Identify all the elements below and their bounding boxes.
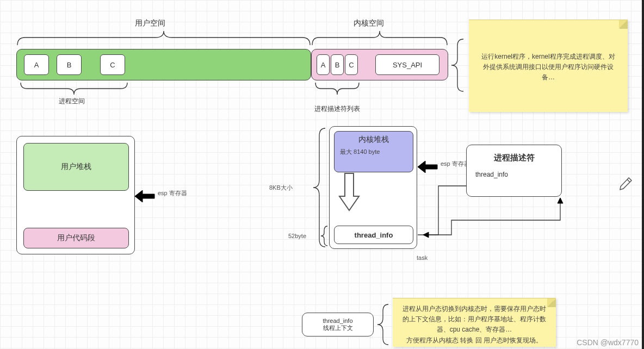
kernel-space-label: 内核空间 xyxy=(354,18,384,28)
esp-kernel-arrow xyxy=(418,161,438,173)
process-descriptor-field: thread_info xyxy=(475,171,553,178)
connector-proc-to-tinfo xyxy=(417,183,468,242)
note-bottom: 进程从用户态切换到内核态时，需要保存用户态时的上下文信息，比如：用户程序基地址、… xyxy=(393,298,556,347)
user-block-c: C xyxy=(100,54,125,75)
sys-api-box: SYS_API xyxy=(375,54,439,75)
kpanel-thread-label: 52byte xyxy=(288,233,306,239)
note-top-brace xyxy=(450,38,465,92)
thread-info-block: thread_info xyxy=(334,226,413,244)
kernel-stack-sub: 最大 8140 byte xyxy=(340,148,407,156)
kernel-block-b: B xyxy=(331,54,344,75)
note-bottom-brace xyxy=(376,303,389,346)
stack-grow-arrow-icon xyxy=(338,172,360,211)
kernel-space-brace xyxy=(311,30,448,46)
process-descriptor-box: 进程描述符 thread_info xyxy=(466,145,562,197)
user-block-b: B xyxy=(57,54,82,75)
process-space-caption: 进程空间 xyxy=(59,97,85,106)
process-desc-list-brace xyxy=(314,82,360,96)
user-panel: 用户堆栈 用户代码段 xyxy=(16,136,135,254)
kpanel-total-label: 8KB大小 xyxy=(269,184,293,192)
thread-info-context-line2: 线程上下文 xyxy=(323,324,353,332)
process-space-brace xyxy=(20,82,128,96)
kernel-stack-box: 内核堆栈 最大 8140 byte xyxy=(334,131,413,172)
kernel-block-c: C xyxy=(345,54,358,75)
esp-user-arrow xyxy=(135,190,156,202)
note-top-text: 运行kernel程序，kernel程序完成进程调度、对外提供系统调用接口以便用户… xyxy=(479,52,618,83)
pen-icon xyxy=(618,176,633,191)
kernel-stack-title: 内核堆栈 xyxy=(340,135,407,145)
kernel-block-a: A xyxy=(317,54,330,75)
thread-info-context-line1: thread_info xyxy=(323,317,352,324)
task-label: task xyxy=(417,254,428,261)
thread-info-context-box: thread_info 线程上下文 xyxy=(302,313,374,336)
process-desc-list-caption: 进程描述符列表 xyxy=(314,104,360,114)
user-space-brace xyxy=(16,30,311,46)
esp-kernel-label: esp 寄存器 xyxy=(441,160,470,168)
note-top: 运行kernel程序，kernel程序完成进程调度、对外提供系统调用接口以便用户… xyxy=(469,20,628,112)
watermark: CSDN @wdx7770 xyxy=(577,338,639,347)
kpanel-thread-brace xyxy=(320,225,329,247)
user-stack-box: 用户堆栈 xyxy=(23,143,129,191)
esp-user-label: esp 寄存器 xyxy=(158,189,187,197)
note-bottom-text: 进程从用户态切换到内核态时，需要保存用户态时的上下文信息，比如：用户程序基地址、… xyxy=(400,304,548,346)
process-descriptor-title: 进程描述符 xyxy=(475,153,553,163)
user-block-a: A xyxy=(24,54,49,75)
user-code-box: 用户代码段 xyxy=(23,228,129,248)
user-space-label: 用户空间 xyxy=(135,18,165,28)
kernel-panel: 内核堆栈 最大 8140 byte thread_info xyxy=(329,126,417,249)
